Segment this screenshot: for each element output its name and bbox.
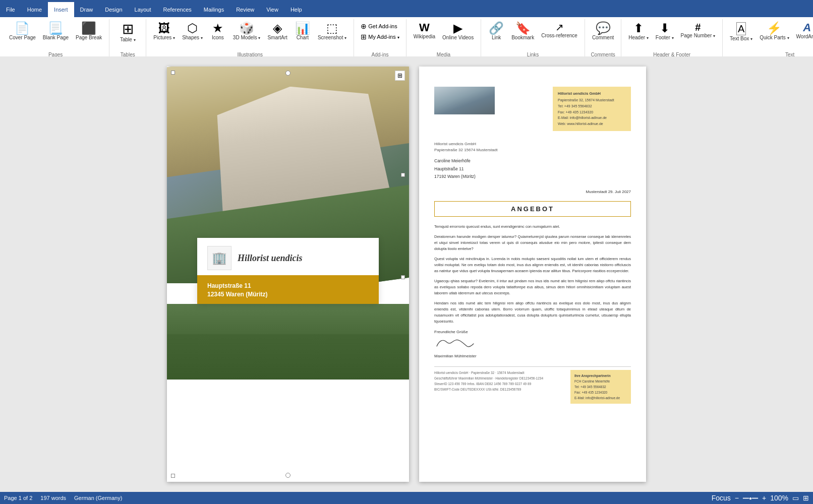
page-break-icon: ⬛	[81, 22, 96, 34]
letter-closing: Freundliche Grüße	[434, 330, 631, 334]
3d-models-button[interactable]: 🎲 3D Models ▾	[230, 21, 264, 42]
cross-reference-button[interactable]: ↗ Cross-reference	[538, 21, 580, 40]
table-button[interactable]: ⊞ Table ▾	[113, 21, 142, 44]
letter-signature-handwriting	[434, 336, 631, 353]
wordart-button[interactable]: A WordArt ▾	[793, 21, 813, 41]
shapes-button[interactable]: ⬡ Shapes ▾	[179, 21, 206, 42]
text-box-button[interactable]: A Text Box ▾	[727, 21, 756, 43]
footer-icon: ⬇	[660, 22, 670, 34]
sender-info: Hillorist uendicis GmbH Papierstraße 32 …	[434, 141, 631, 153]
sel-handle-mr[interactable]	[401, 173, 405, 177]
pictures-label: Pictures ▾	[153, 35, 175, 41]
sel-handle-tl[interactable]	[171, 71, 175, 75]
image-anchor-control[interactable]: ⊞	[395, 71, 405, 81]
ribbon-group-links: 🔗 Link 🔖 Bookmark ↗ Cross-reference Link…	[481, 19, 585, 58]
tab-file[interactable]: File	[0, 2, 21, 17]
table-icon: ⊞	[122, 22, 134, 36]
ribbon-group-media: W Wikipedia ▶ Online Videos Media	[406, 19, 481, 58]
tab-mailings[interactable]: Mailings	[198, 2, 230, 17]
ribbon-content: 📄 Cover Page 📃 Blank Page ⬛ Page Break P…	[0, 17, 813, 58]
smartart-icon: ◈	[273, 22, 282, 34]
letter-body: Temquid errorrorio quecust endus, sunt e…	[434, 224, 631, 325]
smartart-button[interactable]: ◈ SmartArt	[264, 21, 290, 42]
icons-button[interactable]: ★ Icons	[207, 21, 229, 42]
3d-models-icon: 🎲	[239, 22, 254, 34]
wordart-icon: A	[803, 22, 811, 33]
tab-draw[interactable]: Draw	[74, 2, 99, 17]
sel-handle-bottom[interactable]	[285, 473, 291, 478]
recipient-block: Caroline Meierhöfe Hauptstraße 11 17192 …	[434, 157, 631, 180]
company-logo: 🏢	[207, 246, 231, 270]
letter-signature-name: Maximilian Mühlmeister	[434, 354, 631, 358]
text-box-label: Text Box ▾	[730, 36, 752, 42]
zoom-in-icon[interactable]: +	[762, 494, 766, 502]
address-line2: 12345 Waren (Müritz)	[207, 291, 369, 298]
page-number-button[interactable]: # Page Number ▾	[678, 21, 718, 40]
header-contact-info: Hillorist uendicis GmbH Papierstraße 32,…	[553, 87, 631, 131]
header-icon: ⬆	[633, 22, 644, 34]
icons-label: Icons	[212, 35, 224, 41]
page-break-label: Page Break	[76, 35, 102, 41]
ribbon-group-tables: ⊞ Table ▾ Tables	[109, 19, 146, 58]
tab-home[interactable]: Home	[21, 2, 48, 17]
page-number-icon: #	[695, 22, 701, 32]
bookmark-button[interactable]: 🔖 Bookmark	[508, 21, 537, 42]
tab-help[interactable]: Help	[284, 2, 308, 17]
sel-handle-br[interactable]	[401, 275, 405, 279]
page-break-button[interactable]: ⬛ Page Break	[73, 21, 105, 42]
tab-view[interactable]: View	[260, 2, 284, 17]
document-area: ⚓ ⊞ 🏢	[0, 56, 813, 492]
zoom-slider[interactable]: ━━●━━	[743, 495, 758, 501]
letter-footer: Hillorist uendicis GmbH · Papierstraße 3…	[434, 366, 631, 404]
ribbon-group-pages: 📄 Cover Page 📃 Blank Page ⬛ Page Break P…	[2, 19, 109, 58]
shapes-label: Shapes ▾	[182, 35, 203, 41]
view-web-icon[interactable]: ⊞	[803, 494, 809, 502]
zoom-out-icon[interactable]: −	[735, 494, 739, 502]
status-bar: Page 1 of 2 197 words German (Germany) F…	[0, 492, 813, 504]
quick-parts-label: Quick Parts ▾	[760, 35, 789, 41]
cross-reference-icon: ↗	[555, 22, 564, 32]
body-para-2: Deratorerum harunde modigen dersper iatu…	[434, 234, 631, 252]
cover-page-icon: 📄	[15, 22, 30, 34]
language[interactable]: German (Germany)	[74, 495, 122, 501]
left-page: ⚓ ⊞ 🏢	[167, 67, 409, 482]
my-addins-label: My Add-ins ▾	[368, 34, 399, 40]
pictures-button[interactable]: 🖼 Pictures ▾	[150, 21, 178, 42]
tab-references[interactable]: References	[157, 2, 198, 17]
tab-insert[interactable]: Insert	[48, 2, 74, 17]
focus-button[interactable]: Focus	[712, 494, 731, 502]
shapes-icon: ⬡	[187, 22, 198, 34]
get-addins-button[interactable]: ⊕ Get Add-ins	[358, 21, 399, 31]
3d-models-label: 3D Models ▾	[233, 35, 261, 41]
header-button[interactable]: ⬆ Header ▾	[625, 21, 652, 42]
footer-contact-box: Ihre Ansprechpartnerin FCH Caroline Meie…	[570, 370, 631, 404]
get-addins-label: Get Add-ins	[368, 23, 397, 29]
blank-page-button[interactable]: 📃 Blank Page	[40, 21, 72, 42]
tab-design[interactable]: Design	[99, 2, 128, 17]
blank-page-label: Blank Page	[43, 35, 69, 41]
tab-review[interactable]: Review	[230, 2, 260, 17]
wikipedia-button[interactable]: W Wikipedia	[411, 21, 438, 41]
page-info: Page 1 of 2	[4, 495, 32, 501]
comment-button[interactable]: 💬 Comment	[589, 21, 617, 42]
tab-layout[interactable]: Layout	[129, 2, 157, 17]
chart-button[interactable]: 📊 Chart	[292, 21, 314, 42]
footer-button[interactable]: ⬇ Footer ▾	[653, 21, 677, 42]
ribbon-group-header-footer: ⬆ Header ▾ ⬇ Footer ▾ # Page Number ▾ He…	[621, 19, 723, 58]
link-icon: 🔗	[489, 22, 504, 34]
ribbon-group-addins: ⊕ Get Add-ins ⊞ My Add-ins ▾ Add-ins	[354, 19, 406, 58]
cover-page-button[interactable]: 📄 Cover Page	[6, 21, 39, 42]
my-addins-button[interactable]: ⊞ My Add-ins ▾	[358, 32, 401, 42]
quick-parts-button[interactable]: ⚡ Quick Parts ▾	[757, 21, 792, 42]
chart-icon: 📊	[295, 22, 310, 34]
get-addins-icon: ⊕	[361, 22, 367, 30]
sel-handle-top[interactable]	[285, 71, 291, 76]
online-videos-button[interactable]: ▶ Online Videos	[439, 21, 477, 42]
body-para-4: Ugaecqu qhias sequatur? Evelením, il int…	[434, 278, 631, 296]
sel-handle-bl[interactable]	[171, 474, 175, 478]
word-count[interactable]: 197 words	[40, 495, 66, 501]
online-videos-label: Online Videos	[442, 35, 474, 41]
view-print-icon[interactable]: ▭	[792, 494, 799, 502]
screenshot-button[interactable]: ⬚ Screenshot ▾	[315, 21, 350, 42]
link-button[interactable]: 🔗 Link	[485, 21, 507, 42]
